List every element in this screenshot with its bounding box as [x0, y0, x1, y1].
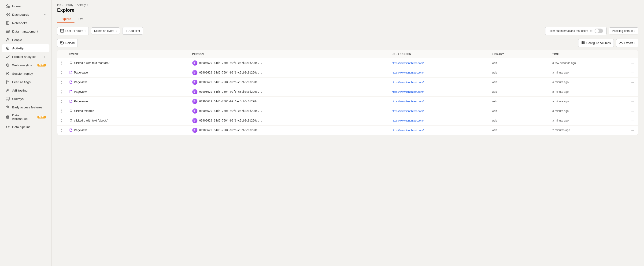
sidebar-item-session-replay[interactable]: Session replay [2, 70, 50, 78]
row-more-button[interactable]: ··· [630, 99, 635, 104]
time-cell: a minute ago [549, 97, 627, 106]
sidebar-item-data-management[interactable]: Data management [2, 28, 50, 35]
chevron-down-icon: ▾ [634, 30, 635, 32]
url-link[interactable]: https://www.ianphtest.com/ [392, 81, 424, 84]
sidebar-item-ab-testing[interactable]: A/B testing [2, 86, 50, 94]
row-more-button[interactable]: ··· [630, 128, 635, 132]
sidebar-item-dashboards[interactable]: Dashboards ▾ [2, 10, 50, 18]
row-more-button[interactable]: ··· [630, 80, 635, 84]
tab-live[interactable]: Live [74, 15, 87, 23]
row-more-button[interactable]: ··· [630, 109, 635, 113]
sidebar-item-feature-flags[interactable]: Feature flags [2, 78, 50, 86]
table-row[interactable]: ▲ ▼ clicked p with text "contact." 0 019… [57, 58, 638, 68]
sidebar-item-data-warehouse[interactable]: Data warehouse BETA [2, 112, 50, 122]
svg-point-15 [6, 126, 7, 128]
expand-cell: ▲ ▼ [57, 97, 66, 106]
table-row[interactable]: ▲ ▼ clicked textarea 0 01903629-64d6-760… [57, 106, 638, 116]
sidebar-item-early-access[interactable]: Early access features [2, 103, 50, 111]
sidebar-item-surveys[interactable]: Surveys [2, 95, 50, 103]
dashboards-icon [6, 12, 10, 16]
person-id[interactable]: 01903629-64d6-7604-99f6-c5cb0c0d290d... [199, 71, 262, 74]
breadcrumb-item[interactable]: Howdy [65, 3, 73, 6]
row-more-button[interactable]: ··· [630, 61, 635, 65]
url-link[interactable]: https://www.ianphtest.com/ [392, 62, 424, 64]
expand-button[interactable]: ▲ ▼ [61, 109, 63, 113]
time-filter-button[interactable]: Last 24 hours ▾ [57, 27, 89, 35]
event-cell: clicked textarea [66, 106, 189, 116]
table-row[interactable]: ▲ ▼ clicked p with text "about." 0 01903… [57, 116, 638, 126]
url-cell: https://www.ianphtest.com/ [388, 116, 488, 126]
expand-button[interactable]: ▲ ▼ [61, 70, 63, 75]
reload-button[interactable]: Reload [57, 39, 78, 47]
expand-button[interactable]: ▲ ▼ [61, 128, 63, 132]
person-cell: 0 01903629-64d6-7604-99f6-c5cb0c0d290d..… [189, 126, 388, 135]
col-url-options[interactable]: ··· [413, 52, 416, 56]
url-link[interactable]: https://www.ianphtest.com/ [392, 129, 424, 132]
breadcrumb-item[interactable]: Ian [57, 3, 61, 6]
library-value: web [492, 128, 497, 132]
expand-button[interactable]: ▲ ▼ [61, 99, 63, 104]
expand-button[interactable]: ▲ ▼ [61, 61, 63, 65]
gear-icon[interactable]: ⚙ [590, 29, 593, 33]
table-row[interactable]: ▲ ▼ Pageview 0 01903629-64d6-7604-99f6-c… [57, 126, 638, 135]
row-more-button[interactable]: ··· [630, 118, 635, 123]
svg-rect-13 [6, 97, 9, 100]
svg-rect-17 [60, 29, 64, 32]
url-link[interactable]: https://www.ianphtest.com/ [392, 100, 424, 103]
url-cell: https://www.ianphtest.com/ [388, 58, 488, 68]
col-library-options[interactable]: ··· [506, 52, 509, 56]
table-row[interactable]: ▲ ▼ Pageview 0 01903629-64d6-7604-99f6-c… [57, 78, 638, 87]
expand-button[interactable]: ▲ ▼ [61, 90, 63, 94]
url-link[interactable]: https://www.ianphtest.com/ [392, 110, 424, 112]
url-link[interactable]: https://www.ianphtest.com/ [392, 90, 424, 93]
row-more-button[interactable]: ··· [630, 70, 635, 75]
event-filter-button[interactable]: Select an event ▾ [91, 28, 120, 34]
beta-badge: BETA [38, 64, 46, 66]
url-link[interactable]: https://www.ianphtest.com/ [392, 119, 424, 122]
sidebar-item-notebooks[interactable]: Notebooks [2, 19, 50, 27]
table-row[interactable]: ▲ ▼ Pageleave 0 01903629-64d6-7604-99f6-… [57, 68, 638, 78]
person-id[interactable]: 01903629-64d6-7604-99f6-c5cb0c0d290d... [199, 109, 262, 113]
col-event-options[interactable]: ··· [80, 52, 83, 56]
sidebar-item-label-ab-testing: A/B testing [12, 89, 46, 92]
url-link[interactable]: https://www.ianphtest.com/ [392, 71, 424, 74]
sidebar-item-people[interactable]: People [2, 36, 50, 44]
event-type-icon [69, 100, 72, 104]
table-row[interactable]: ▲ ▼ Pageview 0 01903629-64d6-7604-99f6-c… [57, 87, 638, 97]
person-id[interactable]: 01903629-64d6-7604-99f6-c5cb0c0d290d... [199, 119, 262, 122]
people-icon [6, 38, 10, 42]
posthog-default-button[interactable]: PostHog default ▾ [609, 28, 638, 34]
sidebar-item-web-analytics[interactable]: Web analytics BETA [2, 61, 50, 69]
col-person-options[interactable]: ··· [206, 52, 208, 56]
breadcrumb-item[interactable]: Activity [77, 3, 86, 6]
sidebar-item-data-pipeline[interactable]: Data pipeline [2, 123, 50, 131]
add-icon[interactable]: + [44, 55, 46, 58]
sidebar-item-home[interactable]: Home [2, 2, 50, 10]
person-id[interactable]: 01903629-64d6-7604-99f6-c5cb0c0d290d... [199, 61, 262, 65]
table-row[interactable]: ▲ ▼ Pageleave 0 01903629-64d6-7604-99f6-… [57, 97, 638, 106]
expand-button[interactable]: ▲ ▼ [61, 118, 63, 123]
expand-button[interactable]: ▲ ▼ [61, 80, 63, 84]
sidebar-item-product-analytics[interactable]: Product analytics + [2, 53, 50, 61]
breadcrumb: Ian/Howdy/Activity/ [57, 3, 638, 6]
person-id[interactable]: 01903629-64d6-7604-99f6-c5cb0c0d290d... [199, 100, 262, 103]
sidebar-item-label-dashboards: Dashboards [12, 13, 42, 16]
sidebar: Home Dashboards ▾ Notebooks Data managem… [0, 0, 52, 266]
event-type-icon [69, 90, 72, 94]
col-time-options[interactable]: ··· [561, 52, 564, 56]
avatar: 0 [192, 118, 198, 123]
url-cell: https://www.ianphtest.com/ [388, 106, 488, 116]
add-filter-button[interactable]: + Add filter [122, 27, 143, 35]
sidebar-item-label-people: People [12, 38, 46, 42]
svg-rect-1 [8, 13, 9, 14]
person-id[interactable]: 01903629-64d6-7604-99f6-c5cb0c0d290d... [199, 90, 262, 94]
configure-columns-button[interactable]: Configure columns [578, 39, 614, 47]
sidebar-item-activity[interactable]: Activity [2, 44, 50, 52]
tab-explore[interactable]: Explore [57, 15, 74, 23]
person-id[interactable]: 01903629-64d6-7604-99f6-c5cb0c0d290d... [199, 128, 262, 132]
chevron-down-icon: ▾ [84, 30, 86, 32]
filter-toggle[interactable] [594, 28, 603, 33]
row-more-button[interactable]: ··· [630, 90, 635, 94]
person-id[interactable]: 01903629-64d6-7604-99f6-c5cb0c0d290d... [199, 80, 262, 84]
export-button[interactable]: Export ▾ [616, 39, 638, 47]
